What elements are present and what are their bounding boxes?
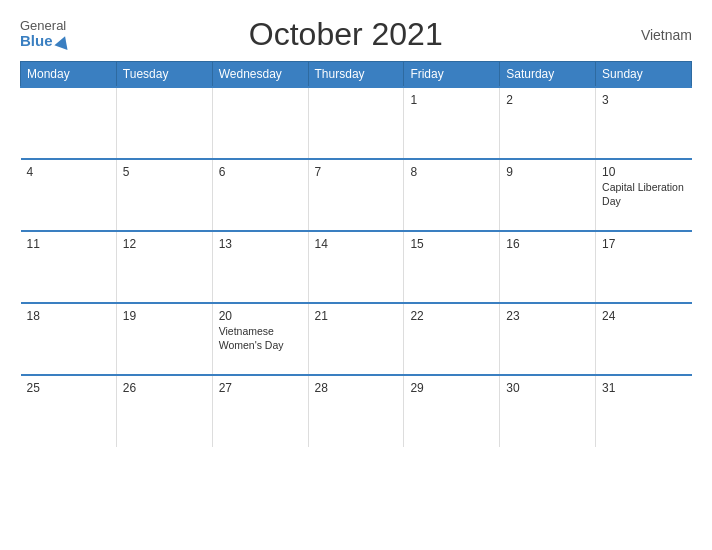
- day-number: 30: [506, 381, 589, 395]
- day-header-friday: Friday: [404, 62, 500, 88]
- event-label: Capital Liberation Day: [602, 181, 685, 208]
- table-row: 23: [500, 303, 596, 375]
- table-row: 19: [116, 303, 212, 375]
- table-row: 10Capital Liberation Day: [596, 159, 692, 231]
- table-row: 17: [596, 231, 692, 303]
- logo-blue-text: Blue: [20, 33, 53, 50]
- day-number: 29: [410, 381, 493, 395]
- calendar-header-row: MondayTuesdayWednesdayThursdayFridaySatu…: [21, 62, 692, 88]
- day-number: 28: [315, 381, 398, 395]
- logo-blue-container: Blue: [20, 33, 70, 50]
- day-number: 6: [219, 165, 302, 179]
- day-number: 17: [602, 237, 685, 251]
- table-row: 12: [116, 231, 212, 303]
- day-number: 19: [123, 309, 206, 323]
- table-row: 6: [212, 159, 308, 231]
- table-row: 22: [404, 303, 500, 375]
- table-row: 29: [404, 375, 500, 447]
- day-number: 8: [410, 165, 493, 179]
- table-row: 3: [596, 87, 692, 159]
- table-row: 21: [308, 303, 404, 375]
- day-header-wednesday: Wednesday: [212, 62, 308, 88]
- table-row: 1: [404, 87, 500, 159]
- day-header-thursday: Thursday: [308, 62, 404, 88]
- table-row: 11: [21, 231, 117, 303]
- day-number: 14: [315, 237, 398, 251]
- day-number: 15: [410, 237, 493, 251]
- calendar-week-3: 11121314151617: [21, 231, 692, 303]
- table-row: 13: [212, 231, 308, 303]
- day-header-monday: Monday: [21, 62, 117, 88]
- table-row: 5: [116, 159, 212, 231]
- day-number: 24: [602, 309, 685, 323]
- table-row: [116, 87, 212, 159]
- table-row: [21, 87, 117, 159]
- calendar-title: October 2021: [70, 16, 622, 53]
- table-row: 16: [500, 231, 596, 303]
- day-number: 31: [602, 381, 685, 395]
- day-number: 5: [123, 165, 206, 179]
- day-header-sunday: Sunday: [596, 62, 692, 88]
- table-row: 18: [21, 303, 117, 375]
- table-row: 2: [500, 87, 596, 159]
- table-row: 28: [308, 375, 404, 447]
- table-row: [308, 87, 404, 159]
- calendar-week-5: 25262728293031: [21, 375, 692, 447]
- table-row: 24: [596, 303, 692, 375]
- table-row: 20Vietnamese Women's Day: [212, 303, 308, 375]
- day-number: 7: [315, 165, 398, 179]
- table-row: 9: [500, 159, 596, 231]
- day-number: 10: [602, 165, 685, 179]
- calendar-page: General Blue October 2021 Vietnam Monday…: [0, 0, 712, 550]
- day-number: 12: [123, 237, 206, 251]
- day-number: 4: [27, 165, 110, 179]
- calendar-week-4: 181920Vietnamese Women's Day21222324: [21, 303, 692, 375]
- day-number: 13: [219, 237, 302, 251]
- day-number: 11: [27, 237, 110, 251]
- table-row: 7: [308, 159, 404, 231]
- logo-general-text: General: [20, 19, 66, 33]
- day-number: 20: [219, 309, 302, 323]
- day-number: 26: [123, 381, 206, 395]
- day-number: 9: [506, 165, 589, 179]
- header: General Blue October 2021 Vietnam: [20, 16, 692, 53]
- day-number: 21: [315, 309, 398, 323]
- table-row: [212, 87, 308, 159]
- calendar-week-1: 123: [21, 87, 692, 159]
- calendar-table: MondayTuesdayWednesdayThursdayFridaySatu…: [20, 61, 692, 447]
- table-row: 15: [404, 231, 500, 303]
- country-label: Vietnam: [622, 27, 692, 43]
- day-number: 3: [602, 93, 685, 107]
- table-row: 30: [500, 375, 596, 447]
- table-row: 8: [404, 159, 500, 231]
- day-number: 2: [506, 93, 589, 107]
- logo: General Blue: [20, 19, 70, 50]
- day-number: 18: [27, 309, 110, 323]
- table-row: 31: [596, 375, 692, 447]
- table-row: 27: [212, 375, 308, 447]
- day-number: 16: [506, 237, 589, 251]
- day-number: 1: [410, 93, 493, 107]
- day-header-saturday: Saturday: [500, 62, 596, 88]
- table-row: 25: [21, 375, 117, 447]
- day-number: 23: [506, 309, 589, 323]
- table-row: 14: [308, 231, 404, 303]
- event-label: Vietnamese Women's Day: [219, 325, 302, 352]
- day-number: 25: [27, 381, 110, 395]
- table-row: 4: [21, 159, 117, 231]
- table-row: 26: [116, 375, 212, 447]
- day-number: 27: [219, 381, 302, 395]
- calendar-week-2: 45678910Capital Liberation Day: [21, 159, 692, 231]
- day-number: 22: [410, 309, 493, 323]
- day-header-tuesday: Tuesday: [116, 62, 212, 88]
